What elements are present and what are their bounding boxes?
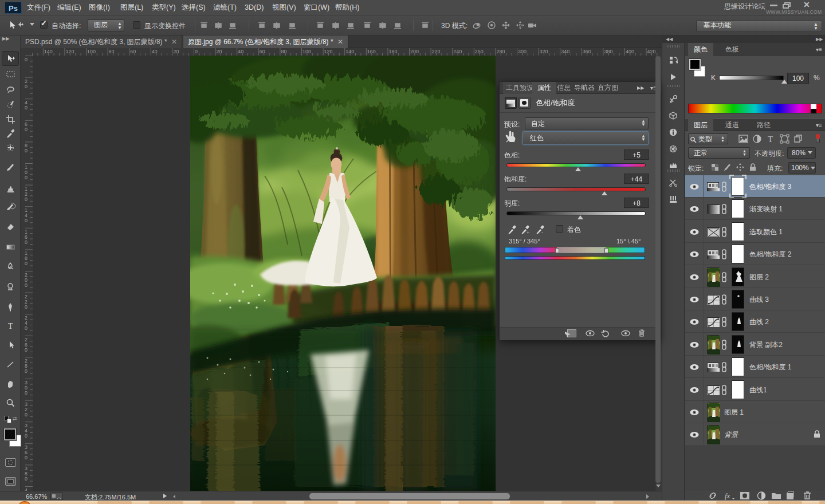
svg-text:-: - <box>541 230 543 235</box>
svg-text:fx: fx <box>725 491 730 500</box>
svg-text:T: T <box>768 135 773 144</box>
svg-text:+: + <box>527 230 529 235</box>
svg-text:T: T <box>8 322 13 330</box>
